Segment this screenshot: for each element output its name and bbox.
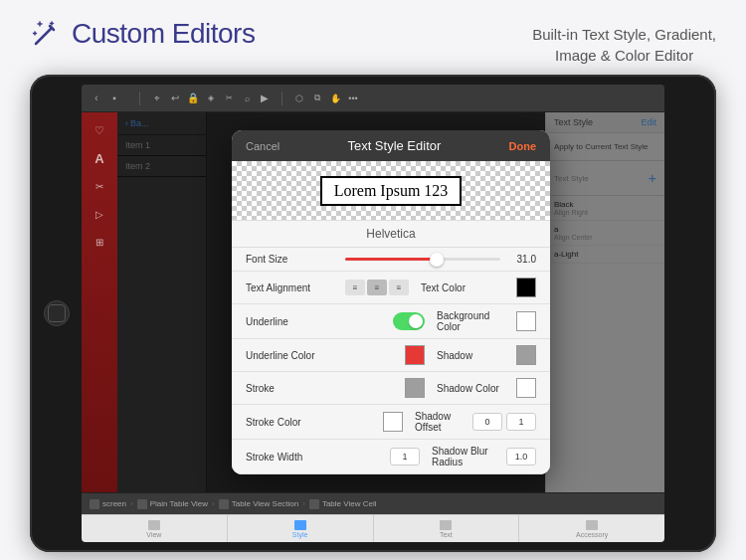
toolbar-tools: ⌖ ↩ 🔒 ◈ ✂ ⌕ ▶ bbox=[150, 92, 272, 105]
tab-style-label: Style bbox=[292, 531, 308, 538]
cursor-icon[interactable]: ⌖ bbox=[150, 92, 164, 105]
sidebar-text-icon[interactable]: A bbox=[90, 148, 109, 168]
shadow-blur-value[interactable]: 1.0 bbox=[506, 448, 536, 466]
sidebar-heart-icon[interactable]: ♡ bbox=[90, 120, 109, 140]
underline-color-shadow-row: Underline Color Shadow bbox=[232, 339, 550, 372]
more-icon[interactable]: ••• bbox=[346, 92, 360, 105]
box-icon[interactable]: ⬡ bbox=[292, 92, 306, 105]
ipad-frame: ‹ ▪ ⌖ ↩ 🔒 ◈ ✂ ⌕ ▶ ⬡ ⧉ ✋ ••• bbox=[30, 75, 716, 552]
breadcrumb-bar: screen › Plain Table View › Table View S… bbox=[82, 492, 664, 514]
bc-table-view[interactable]: Plain Table View bbox=[137, 499, 208, 509]
layers-icon[interactable]: ◈ bbox=[204, 92, 218, 105]
hand-icon[interactable]: ✋ bbox=[328, 92, 342, 105]
tab-accessory-label: Accessory bbox=[576, 531, 608, 538]
stroke-color-control bbox=[345, 412, 403, 432]
tab-style-icon bbox=[294, 520, 306, 530]
tab-style[interactable]: Style bbox=[228, 515, 374, 542]
cancel-button[interactable]: Cancel bbox=[246, 140, 280, 152]
shadow-offset-values: 0 1 bbox=[472, 413, 536, 431]
bc-screen[interactable]: screen bbox=[90, 499, 126, 509]
stroke-label: Stroke bbox=[246, 383, 345, 394]
font-size-label: Font Size bbox=[246, 254, 345, 265]
cut-icon[interactable]: ✂ bbox=[222, 92, 236, 105]
shadow-swatch[interactable] bbox=[516, 345, 536, 365]
bc-section-label: Table View Section bbox=[232, 499, 298, 508]
tab-text[interactable]: Text bbox=[374, 515, 520, 542]
bc-section[interactable]: Table View Section bbox=[219, 499, 298, 509]
shadow-blur-label: Shadow Blur Radius bbox=[420, 446, 506, 467]
preview-text: Lorem Ipsum 123 bbox=[320, 176, 463, 206]
bc-sep-3: › bbox=[302, 499, 305, 508]
stroke-color-label: Stroke Color bbox=[246, 417, 345, 428]
bc-sep-1: › bbox=[130, 499, 133, 508]
svg-line-0 bbox=[36, 28, 52, 44]
tab-view-label: View bbox=[146, 531, 161, 538]
text-color-swatch[interactable] bbox=[516, 278, 536, 297]
align-right-button[interactable]: ≡ bbox=[389, 280, 409, 295]
bc-cell[interactable]: Table View Cell bbox=[309, 499, 377, 509]
font-size-control: 31.0 bbox=[345, 254, 536, 265]
tab-accessory[interactable]: Accessory bbox=[519, 515, 664, 542]
header-left: Custom Editors bbox=[30, 18, 255, 50]
forward-icon[interactable]: ▪ bbox=[107, 92, 121, 105]
toolbar-right: ⬡ ⧉ ✋ ••• bbox=[292, 92, 360, 105]
shadow-offset-x[interactable]: 0 bbox=[472, 413, 502, 431]
shadow-color-label: Shadow Color bbox=[425, 383, 516, 394]
alignment-color-row: Text Alignment ≡ ≡ ≡ Text Color bbox=[232, 272, 550, 304]
font-size-slider[interactable] bbox=[345, 258, 500, 261]
underline-color-swatch[interactable] bbox=[405, 345, 425, 365]
underline-label: Underline bbox=[246, 316, 345, 327]
bc-table-label: Plain Table View bbox=[150, 499, 208, 508]
header-subtitle: Built-in Text Style, Gradient, Image & C… bbox=[532, 18, 716, 66]
bc-cell-icon bbox=[309, 499, 319, 509]
tab-view[interactable]: View bbox=[82, 515, 228, 542]
done-button[interactable]: Done bbox=[509, 140, 537, 152]
shadow-color-swatch[interactable] bbox=[516, 378, 536, 398]
wand-icon bbox=[30, 18, 62, 50]
tab-text-icon bbox=[440, 520, 452, 530]
stroke-width-value[interactable]: 1 bbox=[390, 448, 420, 466]
bc-sep-2: › bbox=[212, 499, 215, 508]
nav-buttons: ‹ ▪ bbox=[90, 92, 121, 105]
stroke-color-swatch[interactable] bbox=[383, 412, 403, 432]
lock-icon[interactable]: 🔒 bbox=[186, 92, 200, 105]
page-header: Custom Editors Built-in Text Style, Grad… bbox=[0, 0, 746, 76]
text-alignment-label: Text Alignment bbox=[246, 282, 345, 293]
ipad-screen: ‹ ▪ ⌖ ↩ 🔒 ◈ ✂ ⌕ ▶ ⬡ ⧉ ✋ ••• bbox=[82, 85, 664, 542]
shadow-offset-y[interactable]: 1 bbox=[506, 413, 536, 431]
sidebar-arrow-icon[interactable]: ▷ bbox=[90, 204, 109, 224]
tab-accessory-icon bbox=[586, 520, 598, 530]
stroke-width-blur-row: Stroke Width 1 Shadow Blur Radius 1.0 bbox=[232, 440, 550, 474]
play-icon[interactable]: ▶ bbox=[258, 92, 272, 105]
font-size-value: 31.0 bbox=[508, 254, 536, 265]
tab-text-label: Text bbox=[440, 531, 453, 538]
main-content: ♡ A ✂ ▷ ⊞ ‹ Ba... Item 1 Item 2 bbox=[82, 112, 664, 492]
stroke-width-control: 1 bbox=[345, 448, 420, 466]
text-color-label: Text Color bbox=[409, 282, 516, 293]
sidebar-grid-icon[interactable]: ⊞ bbox=[90, 232, 109, 252]
search-icon[interactable]: ⌕ bbox=[240, 92, 254, 105]
text-style-editor-modal: Cancel Text Style Editor Done Lorem Ipsu… bbox=[232, 130, 550, 474]
home-button[interactable] bbox=[44, 300, 70, 326]
alignment-buttons: ≡ ≡ ≡ bbox=[345, 280, 409, 295]
undo-icon[interactable]: ↩ bbox=[168, 92, 182, 105]
sidebar-scissors-icon[interactable]: ✂ bbox=[90, 176, 109, 196]
copy-icon[interactable]: ⧉ bbox=[310, 92, 324, 105]
center-canvas: ‹ Ba... Item 1 Item 2 Cancel Text Styl bbox=[117, 112, 664, 492]
stroke-swatch[interactable] bbox=[405, 378, 425, 398]
bc-cell-label: Table View Cell bbox=[322, 499, 377, 508]
tab-view-icon bbox=[148, 520, 160, 530]
shadow-offset-label: Shadow Offset bbox=[403, 411, 472, 433]
align-left-button[interactable]: ≡ bbox=[345, 280, 365, 295]
text-preview-area: Lorem Ipsum 123 bbox=[232, 161, 550, 221]
shadow-label: Shadow bbox=[425, 350, 516, 361]
stroke-color-shadow-offset-row: Stroke Color Shadow Offset 0 1 bbox=[232, 405, 550, 440]
align-center-button[interactable]: ≡ bbox=[367, 280, 387, 295]
underline-toggle[interactable] bbox=[393, 312, 425, 330]
back-icon[interactable]: ‹ bbox=[90, 92, 103, 105]
page-title: Custom Editors bbox=[72, 18, 255, 50]
stroke-width-label: Stroke Width bbox=[246, 452, 345, 463]
background-color-swatch[interactable] bbox=[516, 311, 536, 331]
bc-screen-label: screen bbox=[102, 499, 126, 508]
bc-screen-icon bbox=[90, 499, 99, 509]
